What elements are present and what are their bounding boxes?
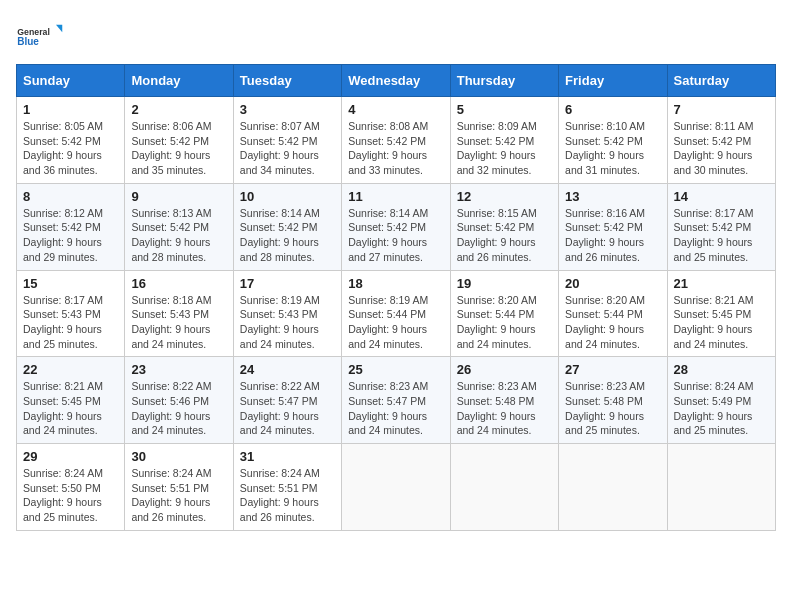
- day-number: 18: [348, 276, 443, 291]
- day-detail: Sunrise: 8:17 AM Sunset: 5:43 PM Dayligh…: [23, 293, 118, 352]
- calendar-cell: [667, 444, 775, 531]
- calendar-table: SundayMondayTuesdayWednesdayThursdayFrid…: [16, 64, 776, 531]
- day-detail: Sunrise: 8:05 AM Sunset: 5:42 PM Dayligh…: [23, 119, 118, 178]
- day-number: 30: [131, 449, 226, 464]
- day-detail: Sunrise: 8:13 AM Sunset: 5:42 PM Dayligh…: [131, 206, 226, 265]
- day-detail: Sunrise: 8:19 AM Sunset: 5:43 PM Dayligh…: [240, 293, 335, 352]
- day-detail: Sunrise: 8:14 AM Sunset: 5:42 PM Dayligh…: [348, 206, 443, 265]
- page-header: General Blue: [16, 16, 776, 56]
- day-number: 13: [565, 189, 660, 204]
- calendar-week-row: 1 Sunrise: 8:05 AM Sunset: 5:42 PM Dayli…: [17, 97, 776, 184]
- calendar-cell: 5 Sunrise: 8:09 AM Sunset: 5:42 PM Dayli…: [450, 97, 558, 184]
- column-header-thursday: Thursday: [450, 65, 558, 97]
- calendar-cell: 2 Sunrise: 8:06 AM Sunset: 5:42 PM Dayli…: [125, 97, 233, 184]
- day-detail: Sunrise: 8:22 AM Sunset: 5:47 PM Dayligh…: [240, 379, 335, 438]
- day-number: 17: [240, 276, 335, 291]
- calendar-cell: 18 Sunrise: 8:19 AM Sunset: 5:44 PM Dayl…: [342, 270, 450, 357]
- day-detail: Sunrise: 8:16 AM Sunset: 5:42 PM Dayligh…: [565, 206, 660, 265]
- calendar-cell: 23 Sunrise: 8:22 AM Sunset: 5:46 PM Dayl…: [125, 357, 233, 444]
- day-number: 11: [348, 189, 443, 204]
- day-detail: Sunrise: 8:24 AM Sunset: 5:51 PM Dayligh…: [240, 466, 335, 525]
- calendar-cell: 17 Sunrise: 8:19 AM Sunset: 5:43 PM Dayl…: [233, 270, 341, 357]
- calendar-cell: 4 Sunrise: 8:08 AM Sunset: 5:42 PM Dayli…: [342, 97, 450, 184]
- day-detail: Sunrise: 8:11 AM Sunset: 5:42 PM Dayligh…: [674, 119, 769, 178]
- day-detail: Sunrise: 8:21 AM Sunset: 5:45 PM Dayligh…: [674, 293, 769, 352]
- day-number: 5: [457, 102, 552, 117]
- day-detail: Sunrise: 8:06 AM Sunset: 5:42 PM Dayligh…: [131, 119, 226, 178]
- calendar-cell: 24 Sunrise: 8:22 AM Sunset: 5:47 PM Dayl…: [233, 357, 341, 444]
- calendar-cell: 10 Sunrise: 8:14 AM Sunset: 5:42 PM Dayl…: [233, 183, 341, 270]
- day-number: 4: [348, 102, 443, 117]
- calendar-week-row: 22 Sunrise: 8:21 AM Sunset: 5:45 PM Dayl…: [17, 357, 776, 444]
- calendar-cell: [559, 444, 667, 531]
- day-detail: Sunrise: 8:21 AM Sunset: 5:45 PM Dayligh…: [23, 379, 118, 438]
- calendar-cell: 15 Sunrise: 8:17 AM Sunset: 5:43 PM Dayl…: [17, 270, 125, 357]
- logo-svg: General Blue: [16, 16, 66, 56]
- calendar-cell: 11 Sunrise: 8:14 AM Sunset: 5:42 PM Dayl…: [342, 183, 450, 270]
- calendar-cell: 8 Sunrise: 8:12 AM Sunset: 5:42 PM Dayli…: [17, 183, 125, 270]
- column-header-monday: Monday: [125, 65, 233, 97]
- day-number: 31: [240, 449, 335, 464]
- calendar-cell: 19 Sunrise: 8:20 AM Sunset: 5:44 PM Dayl…: [450, 270, 558, 357]
- calendar-cell: [450, 444, 558, 531]
- calendar-cell: 3 Sunrise: 8:07 AM Sunset: 5:42 PM Dayli…: [233, 97, 341, 184]
- day-number: 15: [23, 276, 118, 291]
- day-number: 25: [348, 362, 443, 377]
- calendar-cell: 13 Sunrise: 8:16 AM Sunset: 5:42 PM Dayl…: [559, 183, 667, 270]
- calendar-cell: 12 Sunrise: 8:15 AM Sunset: 5:42 PM Dayl…: [450, 183, 558, 270]
- calendar-cell: 20 Sunrise: 8:20 AM Sunset: 5:44 PM Dayl…: [559, 270, 667, 357]
- calendar-cell: 25 Sunrise: 8:23 AM Sunset: 5:47 PM Dayl…: [342, 357, 450, 444]
- calendar-cell: 22 Sunrise: 8:21 AM Sunset: 5:45 PM Dayl…: [17, 357, 125, 444]
- calendar-cell: 16 Sunrise: 8:18 AM Sunset: 5:43 PM Dayl…: [125, 270, 233, 357]
- day-detail: Sunrise: 8:14 AM Sunset: 5:42 PM Dayligh…: [240, 206, 335, 265]
- calendar-week-row: 15 Sunrise: 8:17 AM Sunset: 5:43 PM Dayl…: [17, 270, 776, 357]
- day-detail: Sunrise: 8:17 AM Sunset: 5:42 PM Dayligh…: [674, 206, 769, 265]
- svg-marker-3: [56, 25, 62, 33]
- day-detail: Sunrise: 8:23 AM Sunset: 5:48 PM Dayligh…: [565, 379, 660, 438]
- day-detail: Sunrise: 8:20 AM Sunset: 5:44 PM Dayligh…: [457, 293, 552, 352]
- day-number: 26: [457, 362, 552, 377]
- day-number: 24: [240, 362, 335, 377]
- day-detail: Sunrise: 8:23 AM Sunset: 5:48 PM Dayligh…: [457, 379, 552, 438]
- column-header-friday: Friday: [559, 65, 667, 97]
- day-number: 27: [565, 362, 660, 377]
- day-number: 3: [240, 102, 335, 117]
- day-number: 22: [23, 362, 118, 377]
- day-detail: Sunrise: 8:20 AM Sunset: 5:44 PM Dayligh…: [565, 293, 660, 352]
- day-detail: Sunrise: 8:24 AM Sunset: 5:51 PM Dayligh…: [131, 466, 226, 525]
- calendar-cell: 27 Sunrise: 8:23 AM Sunset: 5:48 PM Dayl…: [559, 357, 667, 444]
- calendar-cell: [342, 444, 450, 531]
- day-detail: Sunrise: 8:24 AM Sunset: 5:50 PM Dayligh…: [23, 466, 118, 525]
- day-number: 10: [240, 189, 335, 204]
- calendar-header-row: SundayMondayTuesdayWednesdayThursdayFrid…: [17, 65, 776, 97]
- day-number: 9: [131, 189, 226, 204]
- calendar-body: 1 Sunrise: 8:05 AM Sunset: 5:42 PM Dayli…: [17, 97, 776, 531]
- day-number: 21: [674, 276, 769, 291]
- day-detail: Sunrise: 8:09 AM Sunset: 5:42 PM Dayligh…: [457, 119, 552, 178]
- day-number: 23: [131, 362, 226, 377]
- calendar-cell: 1 Sunrise: 8:05 AM Sunset: 5:42 PM Dayli…: [17, 97, 125, 184]
- day-detail: Sunrise: 8:19 AM Sunset: 5:44 PM Dayligh…: [348, 293, 443, 352]
- day-detail: Sunrise: 8:12 AM Sunset: 5:42 PM Dayligh…: [23, 206, 118, 265]
- svg-text:Blue: Blue: [17, 36, 39, 47]
- calendar-week-row: 8 Sunrise: 8:12 AM Sunset: 5:42 PM Dayli…: [17, 183, 776, 270]
- day-number: 6: [565, 102, 660, 117]
- day-detail: Sunrise: 8:22 AM Sunset: 5:46 PM Dayligh…: [131, 379, 226, 438]
- column-header-tuesday: Tuesday: [233, 65, 341, 97]
- day-number: 1: [23, 102, 118, 117]
- day-number: 16: [131, 276, 226, 291]
- day-number: 29: [23, 449, 118, 464]
- calendar-cell: 14 Sunrise: 8:17 AM Sunset: 5:42 PM Dayl…: [667, 183, 775, 270]
- calendar-cell: 29 Sunrise: 8:24 AM Sunset: 5:50 PM Dayl…: [17, 444, 125, 531]
- day-detail: Sunrise: 8:23 AM Sunset: 5:47 PM Dayligh…: [348, 379, 443, 438]
- day-number: 14: [674, 189, 769, 204]
- day-number: 2: [131, 102, 226, 117]
- day-number: 19: [457, 276, 552, 291]
- calendar-week-row: 29 Sunrise: 8:24 AM Sunset: 5:50 PM Dayl…: [17, 444, 776, 531]
- day-detail: Sunrise: 8:15 AM Sunset: 5:42 PM Dayligh…: [457, 206, 552, 265]
- column-header-wednesday: Wednesday: [342, 65, 450, 97]
- day-detail: Sunrise: 8:08 AM Sunset: 5:42 PM Dayligh…: [348, 119, 443, 178]
- day-number: 12: [457, 189, 552, 204]
- column-header-sunday: Sunday: [17, 65, 125, 97]
- calendar-cell: 31 Sunrise: 8:24 AM Sunset: 5:51 PM Dayl…: [233, 444, 341, 531]
